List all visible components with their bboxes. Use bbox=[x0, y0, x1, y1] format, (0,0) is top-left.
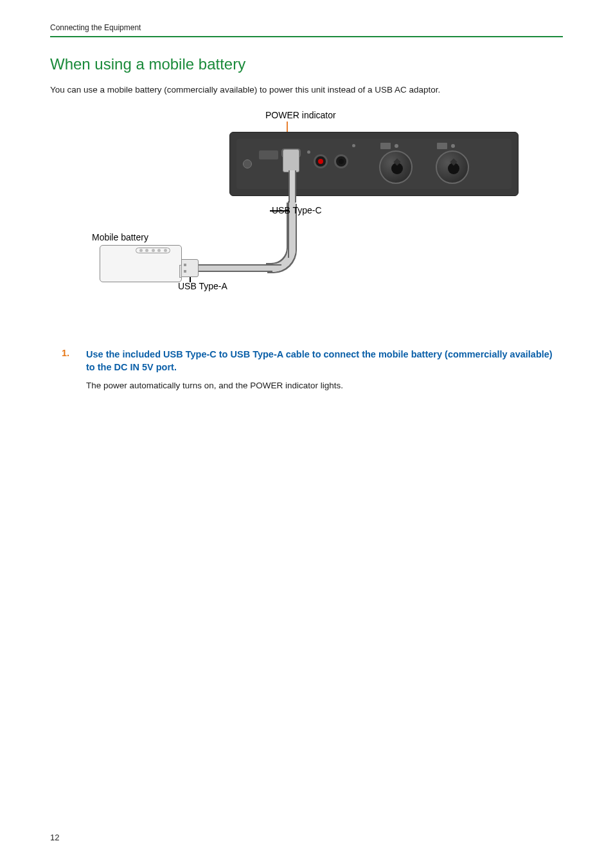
adjust-dot-icon bbox=[395, 144, 398, 148]
power-indicator-label: POWER indicator bbox=[265, 110, 336, 120]
step-number: 1. bbox=[62, 348, 75, 390]
port-mark-icon bbox=[380, 143, 391, 149]
screw-icon bbox=[243, 159, 252, 168]
led-dot-icon bbox=[352, 144, 355, 147]
running-header: Connecting the Equipment bbox=[50, 23, 563, 37]
device-illustration bbox=[229, 132, 519, 196]
battery-indicator-icon bbox=[136, 248, 170, 253]
battery-port-icon bbox=[179, 265, 182, 278]
cable-segment bbox=[194, 264, 272, 272]
port-mark-icon bbox=[437, 143, 447, 149]
section-title: When using a mobile battery bbox=[50, 55, 563, 73]
knob-icon bbox=[436, 150, 469, 184]
connection-figure: POWER indicator USB Type-C USB Type-A bbox=[82, 110, 531, 303]
page-number: 12 bbox=[50, 833, 59, 842]
rca-jack-red-icon bbox=[314, 154, 328, 168]
led-dot-icon bbox=[307, 150, 310, 154]
usb-a-label: USB Type-A bbox=[178, 281, 227, 291]
mobile-battery-label: Mobile battery bbox=[92, 232, 148, 242]
rca-jack-black-icon bbox=[334, 154, 348, 168]
usb-c-label: USB Type-C bbox=[272, 205, 322, 215]
mobile-battery-illustration bbox=[100, 245, 182, 282]
step-title: Use the included USB Type-C to USB Type-… bbox=[86, 348, 563, 374]
cable-segment bbox=[289, 170, 296, 203]
device-body bbox=[236, 139, 511, 189]
section-intro: You can use a mobile battery (commercial… bbox=[50, 85, 563, 95]
step-item: 1. Use the included USB Type-C to USB Ty… bbox=[62, 348, 563, 390]
step-body-text: The power automatically turns on, and th… bbox=[86, 381, 563, 390]
knob-icon bbox=[379, 150, 413, 184]
usb-a-plug-icon bbox=[179, 259, 199, 277]
usb-c-plug-icon bbox=[283, 149, 299, 172]
adjust-dot-icon bbox=[451, 144, 455, 148]
usb-port-icon bbox=[259, 150, 278, 159]
